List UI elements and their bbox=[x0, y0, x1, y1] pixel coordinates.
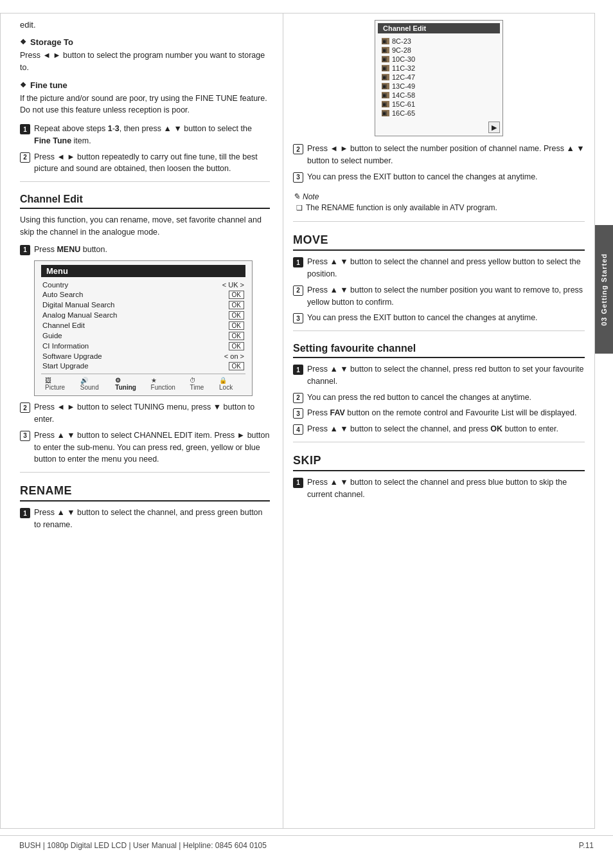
channel-item-9: ▣16C-65 bbox=[382, 109, 496, 118]
ch-icon-6: ▣ bbox=[382, 83, 389, 89]
fav-step1-text: Press ▲ ▼ button to select the channel, … bbox=[307, 363, 585, 388]
fav-step3: 3 Press FAV button on the remote control… bbox=[293, 407, 585, 419]
ch-icon-2: ▣ bbox=[382, 47, 389, 53]
menu-tab-time: ⏱ Time bbox=[186, 376, 215, 392]
move-heading: MOVE bbox=[293, 233, 585, 251]
ch-icon-5: ▣ bbox=[382, 74, 389, 80]
menu-row-country: Country < UK > bbox=[41, 280, 245, 289]
menu-tab-lock: 🔒 Lock bbox=[215, 376, 245, 392]
menu-row-country-label: Country bbox=[42, 281, 68, 289]
fav-step-num-1: 1 bbox=[293, 365, 303, 375]
fav-step2: 2 You can press the red button to cancel… bbox=[293, 392, 585, 404]
channel-item-5: ▣12C-47 bbox=[382, 73, 496, 82]
menu-row-guide: Guide OK bbox=[41, 331, 245, 341]
ce-step-num-1: 1 bbox=[20, 245, 30, 255]
menu-row-auto-search-value: OK bbox=[229, 291, 244, 299]
ch-icon-4: ▣ bbox=[382, 65, 389, 71]
channel-edit-step1-text: Press MENU button. bbox=[34, 244, 270, 256]
channel-edit-step2-text: Press ◄ ► button to select TUNING menu, … bbox=[34, 401, 270, 426]
fav-step-num-4: 4 bbox=[293, 424, 303, 435]
channel-item-7: ▣14C-58 bbox=[382, 91, 496, 100]
move-step2: 2 Press ▲ ▼ button to select the number … bbox=[293, 284, 585, 309]
storage-to-body: Press ◄ ► button to select the program n… bbox=[20, 50, 270, 74]
channel-edit-step2: 2 Press ◄ ► button to select TUNING menu… bbox=[20, 401, 270, 426]
fav-step-num-2: 2 bbox=[293, 393, 303, 403]
fine-tune-body: If the picture and/or sound are poor, tr… bbox=[20, 93, 270, 117]
ok-btn-ch-edit: OK bbox=[229, 321, 244, 330]
channel-nav-arrow[interactable]: ▶ bbox=[488, 122, 500, 133]
fav-step-num-3: 3 bbox=[293, 408, 303, 419]
ch-icon-7: ▣ bbox=[382, 92, 389, 98]
ok-btn-analog: OK bbox=[229, 311, 244, 320]
menu-row-auto-search-label: Auto Search bbox=[42, 291, 83, 299]
channel-item-4: ▣11C-32 bbox=[382, 64, 496, 73]
divider-skip bbox=[293, 442, 585, 442]
ok-btn-guide: OK bbox=[229, 332, 244, 340]
channel-panel-title: Channel Edit bbox=[378, 23, 500, 33]
fav-step2-text: You can press the red button to cancel t… bbox=[307, 392, 585, 404]
move-step-num-1: 1 bbox=[293, 257, 303, 267]
menu-row-start-value: OK bbox=[229, 362, 244, 370]
rename-right-step3-text: You can press the EXIT button to cancel … bbox=[307, 171, 585, 183]
menu-row-digital-manual-value: OK bbox=[229, 301, 244, 309]
menu-tab-tuning: ⚙ Tuning bbox=[111, 376, 147, 392]
menu-tab-function: ★ Function bbox=[147, 376, 186, 392]
menu-row-channel-edit-value: OK bbox=[229, 321, 244, 330]
ok-btn-auto: OK bbox=[229, 291, 244, 299]
rename-right-step2-text: Press ◄ ► button to select the number po… bbox=[307, 143, 585, 167]
side-tab: 03 Getting Started bbox=[595, 225, 613, 354]
fav-heading: Setting favourite channel bbox=[293, 343, 585, 358]
menu-row-country-value: < UK > bbox=[222, 281, 244, 289]
note-title: Note bbox=[293, 192, 585, 201]
move-step1: 1 Press ▲ ▼ button to select the channel… bbox=[293, 256, 585, 280]
menu-tabs: 🖼 Picture 🔊 Sound ⚙ Tuning ★ Function ⏱ … bbox=[41, 374, 245, 392]
rename-step-num-1: 1 bbox=[20, 508, 30, 518]
move-step-num-3: 3 bbox=[293, 313, 303, 323]
menu-row-start-label: Start Upgrade bbox=[42, 362, 89, 370]
storage-to-title: Storage To bbox=[20, 37, 270, 47]
move-step-num-2: 2 bbox=[293, 285, 303, 296]
edit-text: edit. bbox=[20, 20, 270, 30]
menu-tab-sound: 🔊 Sound bbox=[76, 376, 112, 392]
channel-item-8: ▣15C-61 bbox=[382, 100, 496, 109]
main-content: edit. Storage To Press ◄ ► button to sel… bbox=[0, 13, 595, 829]
fine-tune-step1-item: 1 Repeat above steps 1-3, then press ▲ ▼… bbox=[20, 123, 270, 147]
divider-fav bbox=[293, 330, 585, 331]
fine-tune-step1-text: Repeat above steps 1-3, then press ▲ ▼ b… bbox=[34, 123, 270, 147]
right-column: Channel Edit ▣8C-23 ▣9C-28 ▣10C-30 ▣11C-… bbox=[283, 13, 595, 829]
move-step3: 3 You can press the EXIT button to cance… bbox=[293, 312, 585, 324]
channel-item-1: ▣8C-23 bbox=[382, 37, 496, 46]
divider-move bbox=[293, 221, 585, 222]
channel-edit-heading: Channel Edit bbox=[20, 194, 270, 209]
ch-icon-8: ▣ bbox=[382, 101, 389, 107]
divider-1 bbox=[20, 181, 270, 182]
note-box: Note The RENAME function is only availab… bbox=[293, 189, 585, 215]
channel-item-6: ▣13C-49 bbox=[382, 82, 496, 91]
menu-row-start-upgrade: Start Upgrade OK bbox=[41, 361, 245, 371]
menu-row-guide-value: OK bbox=[229, 332, 244, 340]
footer: BUSH | 1080p Digital LED LCD | User Manu… bbox=[0, 835, 613, 855]
rename-heading: RENAME bbox=[20, 484, 270, 502]
channel-item-3: ▣10C-30 bbox=[382, 55, 496, 64]
fav-step4: 4 Press ▲ ▼ button to select the channel… bbox=[293, 423, 585, 435]
side-tab-label: 03 Getting Started bbox=[600, 253, 608, 326]
rename-right-step3: 3 You can press the EXIT button to cance… bbox=[293, 171, 585, 183]
fine-tune-step2-item: 2 Press ◄ ► button repeatedly to carry o… bbox=[20, 151, 270, 176]
channel-nav: ▶ bbox=[378, 122, 500, 133]
ok-btn-start: OK bbox=[229, 362, 244, 370]
divider-rename bbox=[20, 472, 270, 473]
move-step3-text: You can press the EXIT button to cancel … bbox=[307, 312, 585, 324]
menu-row-ci-info: CI Information OK bbox=[41, 341, 245, 351]
channel-edit-intro: Using this function, you can rename, mov… bbox=[20, 214, 270, 239]
fav-step4-text: Press ▲ ▼ button to select the channel, … bbox=[307, 423, 585, 435]
ch-icon-1: ▣ bbox=[382, 38, 389, 44]
rename-step1: 1 Press ▲ ▼ button to select the channel… bbox=[20, 507, 270, 531]
skip-step-num-1: 1 bbox=[293, 478, 303, 488]
move-step1-text: Press ▲ ▼ button to select the channel a… bbox=[307, 256, 585, 280]
channel-item-2: ▣9C-28 bbox=[382, 46, 496, 55]
rename-r-step-2: 2 bbox=[293, 144, 303, 154]
note-item: The RENAME function is only available in… bbox=[293, 203, 585, 212]
skip-step1-text: Press ▲ ▼ button to select the channel a… bbox=[307, 476, 585, 501]
fav-step3-text: Press FAV button on the remote control a… bbox=[307, 407, 585, 419]
menu-row-analog-manual-value: OK bbox=[229, 311, 244, 320]
